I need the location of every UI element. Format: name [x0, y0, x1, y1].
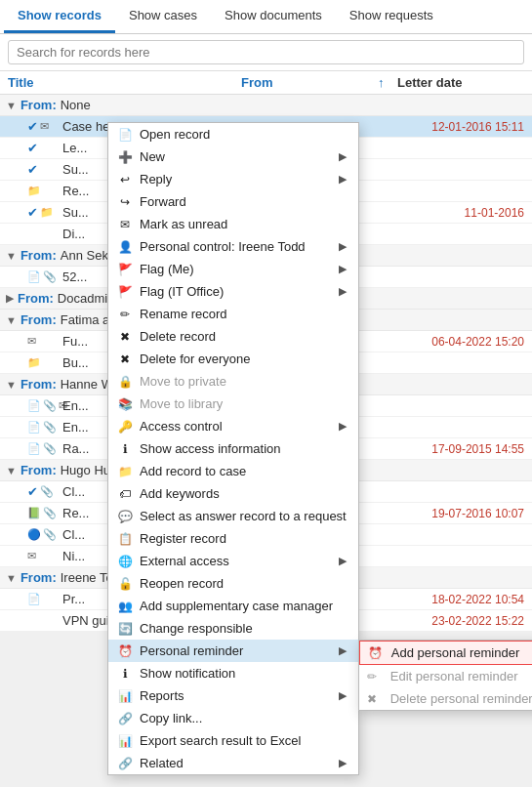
cm-item-add-case-manager[interactable]: 👥Add supplementary case manager: [108, 595, 358, 617]
cm-item-select-answer[interactable]: 💬Select as answer record to a request: [108, 505, 358, 527]
reply-icon: ↩: [116, 173, 134, 186]
cm-label: Flag (Me): [140, 262, 331, 276]
cm-item-reports[interactable]: 📊Reports▶: [108, 684, 358, 707]
cm-item-personal-reminder[interactable]: ⏰Personal reminder▶⏰Add personal reminde…: [108, 640, 358, 662]
access-icon: 🔑: [116, 420, 134, 434]
cm-label: Personal control: Ireene Todd: [140, 239, 331, 254]
cm-item-move-library: 📚Move to library: [108, 393, 358, 415]
submenu-arrow: ▶: [339, 644, 347, 657]
submenu-arrow: ▶: [339, 263, 347, 275]
cm-label: New: [140, 149, 331, 164]
cm-item-show-notification[interactable]: ℹShow notification: [108, 662, 358, 684]
cm-label: Forward: [140, 194, 347, 209]
register-icon: 📋: [116, 532, 134, 546]
cm-label: Reports: [140, 688, 331, 703]
submenu-arrow: ▶: [339, 689, 347, 702]
submenu-personal-reminder: ⏰Add personal reminder✏Edit personal rem…: [358, 640, 532, 711]
cm-label: Move to library: [140, 396, 347, 411]
info-icon: ℹ: [116, 442, 134, 456]
person-icon: 👤: [116, 240, 134, 254]
cm-label: Delete for everyone: [140, 352, 347, 366]
submenu-arrow: ▶: [339, 240, 347, 253]
cm-item-open-record[interactable]: 📄Open record: [108, 123, 358, 145]
cm-item-add-keywords[interactable]: 🏷Add keywords: [108, 482, 358, 505]
cm-label: Change responsible: [140, 621, 347, 636]
cm-item-register-record[interactable]: 📋Register record: [108, 527, 358, 550]
submenu-arrow: ▶: [339, 420, 347, 433]
external-icon: 🌐: [116, 555, 134, 568]
change-icon: 🔄: [116, 622, 134, 636]
delete-all-icon: ✖: [116, 352, 134, 366]
cm-label: Add record to case: [140, 464, 347, 478]
reports-icon: 📊: [116, 689, 134, 703]
cm-item-flag-it[interactable]: 🚩Flag (IT Office)▶: [108, 280, 358, 303]
cm-label: Reply: [140, 172, 331, 186]
flag-icon: 🚩: [116, 263, 134, 276]
cm-label: Mark as unread: [140, 217, 347, 231]
cm-item-rename[interactable]: ✏Rename record: [108, 303, 358, 325]
cm-item-external-access[interactable]: 🌐External access▶: [108, 550, 358, 572]
reminder-icon: ⏰: [116, 644, 134, 658]
cm-label: Move to private: [140, 374, 347, 389]
envelope-icon: ✉: [116, 218, 134, 231]
submenu-arrow: ▶: [339, 285, 347, 298]
cm-label: External access: [140, 554, 331, 568]
cm-label: Copy link...: [140, 711, 347, 725]
sm-item-edit-personal-reminder: ✏Edit personal reminder: [359, 665, 532, 687]
answer-icon: 💬: [116, 510, 134, 523]
manager-icon: 👥: [116, 600, 134, 613]
cm-label: Rename record: [140, 307, 347, 321]
cm-item-move-private: 🔒Move to private: [108, 370, 358, 393]
cm-item-forward[interactable]: ↪Forward: [108, 190, 358, 213]
cm-item-copy-link[interactable]: 🔗Copy link...: [108, 707, 358, 729]
cm-label: Select as answer record to a request: [140, 509, 347, 523]
cm-item-add-case[interactable]: 📁Add record to case: [108, 460, 358, 482]
reopen-icon: 🔓: [116, 577, 134, 591]
context-menu-overlay[interactable]: 📄Open record➕New▶↩Reply▶↪Forward✉Mark as…: [0, 0, 532, 787]
cm-label: Export search result to Excel: [140, 733, 347, 748]
cm-item-reopen-record[interactable]: 🔓Reopen record: [108, 572, 358, 595]
cm-label: Related: [140, 756, 331, 770]
cm-item-mark-unread[interactable]: ✉Mark as unread: [108, 213, 358, 235]
cm-item-new[interactable]: ➕New▶: [108, 145, 358, 168]
cm-label: Add supplementary case manager: [140, 599, 347, 613]
cm-label: Add keywords: [140, 486, 347, 501]
submenu-arrow: ▶: [339, 555, 347, 567]
notification-icon: ℹ: [116, 667, 134, 681]
sm-label: Edit personal reminder: [390, 669, 518, 683]
keywords-icon: 🏷: [116, 487, 134, 501]
excel-icon: 📊: [116, 734, 134, 748]
delete-icon: ✖: [116, 330, 134, 344]
cm-item-access-control[interactable]: 🔑Access control▶: [108, 415, 358, 437]
cm-item-export-excel[interactable]: 📊Export search result to Excel: [108, 729, 358, 752]
cm-label: Reopen record: [140, 576, 347, 591]
cm-label: Register record: [140, 531, 347, 546]
delete-reminder-icon: ✖: [367, 692, 385, 706]
cm-item-show-access[interactable]: ℹShow access information: [108, 437, 358, 460]
add-reminder-icon: ⏰: [368, 646, 386, 660]
edit-reminder-icon: ✏: [367, 670, 385, 683]
cm-label: Show access information: [140, 441, 347, 456]
cm-item-personal-control[interactable]: 👤Personal control: Ireene Todd▶: [108, 235, 358, 258]
sm-label: Add personal reminder: [391, 645, 520, 660]
forward-icon: ↪: [116, 195, 134, 209]
cm-label: Access control: [140, 419, 331, 434]
cm-item-delete-everyone[interactable]: ✖Delete for everyone: [108, 348, 358, 370]
case-icon: 📁: [116, 465, 134, 478]
doc-icon: 📄: [116, 128, 134, 142]
cm-label: Show notification: [140, 666, 347, 681]
cm-label: Personal reminder: [140, 643, 331, 658]
plus-icon: ➕: [116, 150, 134, 164]
cm-item-flag-me[interactable]: 🚩Flag (Me)▶: [108, 258, 358, 280]
submenu-arrow: ▶: [339, 173, 347, 186]
private-icon: 🔒: [116, 375, 134, 389]
cm-item-delete-record[interactable]: ✖Delete record: [108, 325, 358, 348]
related-icon: 🔗: [116, 757, 134, 770]
context-menu: 📄Open record➕New▶↩Reply▶↪Forward✉Mark as…: [107, 122, 359, 775]
submenu-arrow: ▶: [339, 150, 347, 163]
sm-item-add-personal-reminder[interactable]: ⏰Add personal reminder: [359, 641, 532, 665]
cm-item-change-responsible[interactable]: 🔄Change responsible: [108, 617, 358, 640]
cm-item-reply[interactable]: ↩Reply▶: [108, 168, 358, 190]
cm-item-related[interactable]: 🔗Related▶: [108, 752, 358, 774]
rename-icon: ✏: [116, 308, 134, 321]
